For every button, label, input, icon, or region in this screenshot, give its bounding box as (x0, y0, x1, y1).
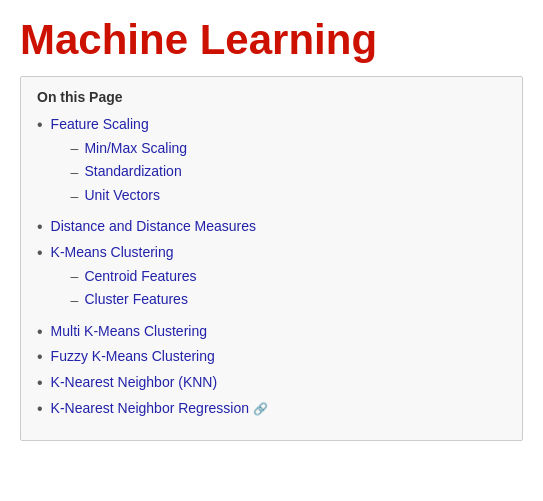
sub-dash: – (71, 268, 79, 284)
sub-link-2-1[interactable]: Cluster Features (84, 290, 187, 310)
sub-item: –Standardization (51, 162, 188, 182)
toc-item-wrapper: K-Nearest Neighbor (KNN) (51, 373, 218, 393)
sub-link-0-0[interactable]: Min/Max Scaling (84, 139, 187, 159)
sub-item: –Centroid Features (51, 267, 197, 287)
toc-header: On this Page (37, 89, 506, 105)
toc-link-0[interactable]: Feature Scaling (51, 115, 188, 135)
sub-link-0-2[interactable]: Unit Vectors (84, 186, 159, 206)
sub-dash: – (71, 140, 79, 156)
sub-item: –Min/Max Scaling (51, 139, 188, 159)
toc-item-wrapper: K-Means Clustering–Centroid Features–Clu… (51, 243, 197, 316)
sub-dash: – (71, 188, 79, 204)
bullet-icon: • (37, 323, 43, 341)
sub-list: –Min/Max Scaling–Standardization–Unit Ve… (51, 139, 188, 210)
sub-item: –Unit Vectors (51, 186, 188, 206)
sub-dash: – (71, 292, 79, 308)
toc-item: •Fuzzy K-Means Clustering (37, 347, 506, 367)
bullet-icon: • (37, 348, 43, 366)
toc-item: •Distance and Distance Measures (37, 217, 506, 237)
toc-item-wrapper: Distance and Distance Measures (51, 217, 256, 237)
toc-list: •Feature Scaling–Min/Max Scaling–Standar… (37, 115, 506, 418)
bullet-icon: • (37, 116, 43, 134)
toc-item-wrapper: Fuzzy K-Means Clustering (51, 347, 215, 367)
toc-item: •Multi K-Means Clustering (37, 322, 506, 342)
bullet-icon: • (37, 374, 43, 392)
toc-item: •K-Means Clustering–Centroid Features–Cl… (37, 243, 506, 316)
toc-item-wrapper: Feature Scaling–Min/Max Scaling–Standard… (51, 115, 188, 211)
toc-item: •Feature Scaling–Min/Max Scaling–Standar… (37, 115, 506, 211)
sub-link-2-0[interactable]: Centroid Features (84, 267, 196, 287)
bullet-icon: • (37, 244, 43, 262)
sub-link-0-1[interactable]: Standardization (84, 162, 181, 182)
toc-link-6[interactable]: K-Nearest Neighbor Regression🔗 (51, 399, 268, 419)
toc-item-wrapper: Multi K-Means Clustering (51, 322, 207, 342)
toc-link-1[interactable]: Distance and Distance Measures (51, 217, 256, 237)
bullet-icon: • (37, 218, 43, 236)
bullet-icon: • (37, 400, 43, 418)
page-title: Machine Learning (0, 0, 543, 76)
sub-item: –Cluster Features (51, 290, 197, 310)
toc-item: •K-Nearest Neighbor (KNN) (37, 373, 506, 393)
toc-link-4[interactable]: Fuzzy K-Means Clustering (51, 347, 215, 367)
toc-item: •K-Nearest Neighbor Regression🔗 (37, 399, 506, 419)
toc-box: On this Page •Feature Scaling–Min/Max Sc… (20, 76, 523, 441)
external-link-icon: 🔗 (253, 402, 268, 416)
toc-link-3[interactable]: Multi K-Means Clustering (51, 322, 207, 342)
toc-link-5[interactable]: K-Nearest Neighbor (KNN) (51, 373, 218, 393)
sub-list: –Centroid Features–Cluster Features (51, 267, 197, 314)
toc-link-2[interactable]: K-Means Clustering (51, 243, 197, 263)
sub-dash: – (71, 164, 79, 180)
toc-item-wrapper: K-Nearest Neighbor Regression🔗 (51, 399, 268, 419)
